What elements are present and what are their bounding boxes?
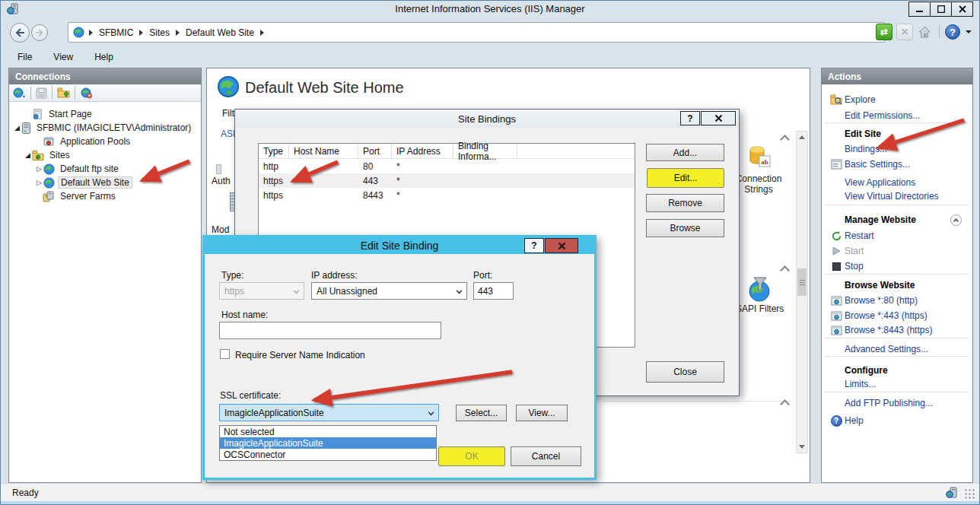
tree-item-server-farms[interactable]: Server Farms	[9, 189, 201, 203]
application-pools-icon	[43, 136, 55, 147]
expander-collapsed-icon[interactable]: ▷	[35, 179, 43, 186]
expander-collapsed-icon[interactable]: ▷	[35, 165, 43, 173]
scroll-up-icon[interactable]	[797, 132, 807, 143]
action-stop[interactable]: Stop	[822, 259, 969, 273]
column-binding-info[interactable]: Binding Informa...	[453, 144, 517, 159]
tree-item-default-web-site[interactable]: ▷ Default Web Site	[9, 176, 201, 189]
resize-grip[interactable]	[964, 488, 975, 499]
action-help[interactable]: ? Help	[822, 414, 969, 427]
dialog-close-button[interactable]	[701, 111, 736, 125]
column-host-name[interactable]: Host Name	[289, 144, 358, 159]
dialog-help-button[interactable]: ?	[680, 111, 700, 125]
breadcrumb-separator-icon	[176, 30, 180, 36]
edit-button[interactable]: Edit...	[647, 168, 724, 188]
action-basic-settings[interactable]: Basic Settings...	[822, 157, 969, 171]
menu-help[interactable]: Help	[94, 52, 113, 62]
server-farms-icon	[43, 191, 55, 202]
breadcrumb-item-sites[interactable]: Sites	[145, 27, 174, 38]
ok-button[interactable]: OK	[438, 446, 505, 466]
dropdown-option-imagicle[interactable]: ImagicleApplicationSuite	[220, 437, 436, 449]
ip-address-select[interactable]: All Unassigned	[311, 282, 467, 300]
refresh-button[interactable]: ⇄	[876, 24, 892, 40]
action-limits[interactable]: Limits...	[822, 377, 969, 391]
actions-panel: Actions Explore Edit Permissions... Edit…	[821, 68, 973, 483]
action-start[interactable]: Start	[822, 244, 969, 258]
server-icon	[21, 122, 31, 134]
action-view-virtual-directories[interactable]: View Virtual Directories	[822, 189, 969, 203]
tree-item-sites[interactable]: ◢ Sites	[9, 148, 201, 162]
column-ip-address[interactable]: IP Address	[392, 144, 453, 159]
section-collapse-icon[interactable]	[781, 399, 788, 405]
tree-item-default-ftp-site[interactable]: ▷ Default ftp site	[9, 162, 201, 176]
scroll-down-icon[interactable]	[797, 441, 807, 453]
ssl-certificate-select[interactable]: ImagicleApplicationSuite	[219, 404, 439, 421]
browse-icon	[828, 296, 845, 306]
home-button[interactable]	[917, 24, 934, 40]
browse-icon	[828, 311, 845, 321]
binding-row-https-443[interactable]: https 443 *	[259, 173, 635, 188]
breadcrumb-item-server[interactable]: SFBMIC	[94, 27, 138, 38]
column-type[interactable]: Type	[259, 144, 289, 159]
dialog-close-button[interactable]	[545, 238, 578, 253]
help-icon[interactable]: ?	[945, 24, 960, 40]
binding-row-http-80[interactable]: http 80 *	[259, 159, 635, 173]
forward-button[interactable]	[31, 24, 48, 41]
dropdown-option-not-selected[interactable]: Not selected	[220, 426, 436, 437]
action-browse-8443[interactable]: Browse *:8443 (https)	[822, 323, 969, 337]
breadcrumb-separator-icon	[260, 30, 264, 36]
menu-file[interactable]: File	[18, 52, 32, 62]
add-button[interactable]: Add...	[646, 144, 724, 161]
edit-site-binding-dialog: Edit Site Binding ? Type: IP address: Po…	[202, 235, 597, 480]
browse-button[interactable]: Browse	[646, 219, 724, 237]
bindings-table-header: Type Host Name Port IP Address Binding I…	[259, 144, 635, 159]
collapse-section-icon[interactable]	[950, 214, 962, 226]
delete-connection-icon[interactable]	[80, 87, 93, 99]
tree-item-application-pools[interactable]: Application Pools	[9, 135, 201, 148]
binding-row-https-8443[interactable]: https 8443 *	[259, 188, 635, 202]
expander-expanded-icon[interactable]: ◢	[24, 151, 32, 159]
close-button[interactable]	[951, 2, 973, 17]
action-advanced-settings[interactable]: Advanced Settings...	[822, 342, 969, 356]
back-button[interactable]	[10, 23, 30, 43]
column-port[interactable]: Port	[358, 144, 392, 159]
action-edit-permissions[interactable]: Edit Permissions...	[822, 109, 969, 122]
save-connection-icon[interactable]	[36, 87, 47, 99]
ip-address-label: IP address:	[311, 270, 357, 281]
action-view-applications[interactable]: View Applications	[822, 176, 969, 189]
site-bindings-titlebar[interactable]: Site Bindings	[235, 110, 739, 128]
action-restart[interactable]: Restart	[822, 229, 969, 243]
action-add-ftp-publishing[interactable]: Add FTP Publishing...	[822, 396, 969, 410]
view-certificate-button[interactable]: View...	[516, 405, 568, 421]
isapi-filters-icon[interactable]	[749, 276, 772, 302]
select-certificate-button[interactable]: Select...	[456, 405, 507, 421]
breadcrumb-item-default-web-site[interactable]: Default Web Site	[181, 27, 259, 38]
type-select[interactable]: https	[219, 282, 304, 300]
connection-strings-icon[interactable]: ab	[747, 145, 772, 172]
tree-item-start-page[interactable]: Start Page	[9, 107, 201, 121]
help-dropdown-icon[interactable]	[966, 30, 972, 33]
action-explore[interactable]: Explore	[822, 93, 969, 106]
dialog-help-button[interactable]: ?	[524, 238, 544, 253]
stop-button[interactable]: ✕	[896, 24, 913, 40]
content-scrollbar[interactable]	[796, 131, 808, 453]
expander-expanded-icon[interactable]: ◢	[13, 124, 21, 132]
section-collapse-icon[interactable]	[781, 265, 788, 272]
up-folder-icon[interactable]	[57, 87, 70, 98]
port-input[interactable]	[473, 282, 514, 300]
dropdown-option-ocsconnector[interactable]: OCSConnector	[220, 449, 436, 460]
maximize-button[interactable]	[930, 2, 952, 17]
create-connection-icon[interactable]	[13, 87, 26, 99]
tree-item-server[interactable]: ◢ SFBMIC (IMAGICLETV\Administrator)	[9, 121, 201, 135]
require-sni-checkbox[interactable]	[220, 349, 230, 359]
host-name-input[interactable]	[219, 322, 441, 339]
scrollbar-thumb[interactable]	[797, 268, 807, 296]
action-bindings[interactable]: Bindings...	[822, 142, 969, 156]
remove-button[interactable]: Remove	[646, 194, 724, 212]
minimize-button[interactable]	[908, 2, 931, 17]
section-collapse-icon[interactable]	[781, 134, 788, 141]
action-browse-80[interactable]: Browse *:80 (http)	[822, 294, 969, 307]
cancel-button[interactable]: Cancel	[511, 446, 581, 466]
action-browse-443[interactable]: Browse *:443 (https)	[822, 309, 969, 322]
menu-view[interactable]: View	[53, 52, 73, 62]
close-dialog-button[interactable]: Close	[646, 361, 724, 383]
